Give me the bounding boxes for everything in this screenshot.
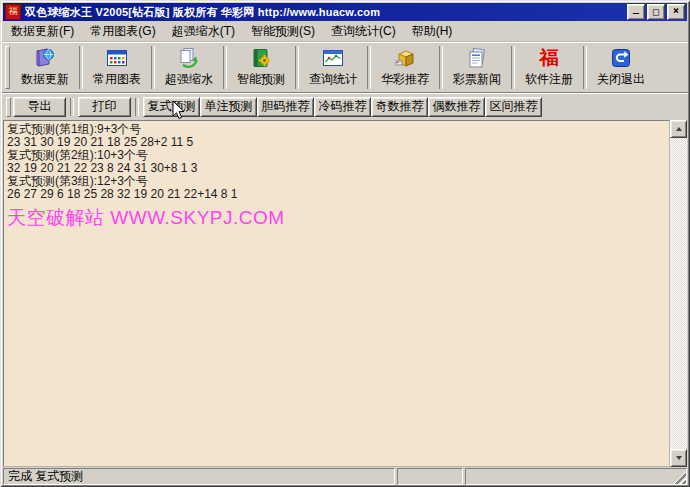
export-button[interactable]: 导出 — [13, 97, 66, 117]
multi-predict-button[interactable]: 复式预测 — [143, 97, 200, 117]
common-charts-button[interactable]: 常用图表 — [84, 44, 150, 91]
huacai-recommend-button[interactable]: 华彩推荐 — [372, 44, 438, 91]
titlebar: 福 双色球缩水王 V2005[钻石版] 版权所有 华彩网 http://www.… — [3, 3, 687, 21]
menu-help[interactable]: 帮助(H) — [404, 21, 461, 42]
toolbar-button-label: 超强缩水 — [165, 71, 213, 88]
toolbar-button-label: 常用图表 — [93, 71, 141, 88]
super-shrink-button[interactable]: 超强缩水 — [156, 44, 222, 91]
toolbar-separator — [583, 46, 587, 89]
register-button[interactable]: 福 软件注册 — [516, 44, 582, 91]
close-button[interactable]: × — [667, 4, 685, 20]
toolbar-button-label: 彩票新闻 — [453, 71, 501, 88]
toolbar-button-label: 关闭退出 — [597, 71, 645, 88]
resize-grip[interactable] — [673, 471, 686, 484]
status-panel-3 — [465, 468, 687, 485]
lottery-news-button[interactable]: 彩票新闻 — [444, 44, 510, 91]
toolbar-button-label: 智能预测 — [237, 71, 285, 88]
app-icon: 福 — [5, 4, 21, 20]
window-title: 双色球缩水王 V2005[钻石版] 版权所有 华彩网 http://www.hu… — [25, 5, 625, 20]
maximize-icon: □ — [648, 5, 664, 19]
scroll-up-icon — [676, 127, 682, 131]
toolbar-button-label: 华彩推荐 — [381, 71, 429, 88]
statusbar: 完成 复式预测 — [2, 467, 688, 485]
scrollbar-down-button[interactable] — [670, 449, 687, 467]
data-update-button[interactable]: 数据更新 — [12, 44, 78, 91]
status-panel-2 — [397, 468, 463, 485]
actionbar-grip[interactable] — [6, 97, 11, 117]
toolbar-separator — [439, 46, 443, 89]
prediction-output: 复式预测(第1组):9+3个号 23 31 30 19 20 21 18 25 … — [3, 120, 670, 467]
toolbar-grip[interactable] — [5, 46, 10, 89]
minimize-button[interactable]: _ — [627, 4, 645, 20]
close-icon: × — [668, 5, 684, 19]
print-button[interactable]: 打印 — [78, 97, 131, 117]
toolbar-separator — [367, 46, 371, 89]
actionbar-separator — [135, 98, 139, 116]
query-stats-button[interactable]: 查询统计 — [300, 44, 366, 91]
toolbar-button-label: 数据更新 — [21, 71, 69, 88]
watermark-text: 天空破解站 WWW.SKYPJ.COM — [7, 207, 669, 228]
main-toolbar: 数据更新 常用图表 — [2, 42, 688, 93]
lottery-news-icon — [465, 46, 489, 70]
prediction-line: 26 27 29 6 18 25 28 32 19 20 21 22+14 8 … — [7, 188, 669, 201]
toolbar-separator — [151, 46, 155, 89]
minimize-icon: _ — [628, 5, 644, 19]
single-predict-button[interactable]: 单注预测 — [200, 97, 257, 117]
toolbar-button-label: 软件注册 — [525, 71, 573, 88]
status-message: 完成 复式预测 — [3, 468, 395, 485]
query-stats-icon — [321, 46, 345, 70]
close-exit-icon — [609, 46, 633, 70]
scrollbar-up-button[interactable] — [670, 120, 687, 138]
toolbar-button-label: 查询统计 — [309, 71, 357, 88]
toolbar-separator — [79, 46, 83, 89]
scroll-down-icon — [676, 456, 682, 460]
toolbar-separator — [223, 46, 227, 89]
smart-predict-button[interactable]: 智能预测 — [228, 44, 294, 91]
menu-data-update[interactable]: 数据更新(F) — [3, 21, 82, 42]
even-number-button[interactable]: 偶数推荐 — [428, 97, 485, 117]
actionbar-separator — [70, 98, 74, 116]
super-shrink-icon — [177, 46, 201, 70]
menu-common-charts[interactable]: 常用图表(G) — [82, 21, 163, 42]
menu-super-shrink[interactable]: 超强缩水(T) — [164, 21, 243, 42]
register-fu-icon: 福 — [537, 46, 561, 70]
smart-predict-icon — [249, 46, 273, 70]
menubar: 数据更新(F) 常用图表(G) 超强缩水(T) 智能预测(S) 查询统计(C) … — [2, 22, 688, 42]
vertical-scrollbar — [670, 120, 687, 467]
odd-number-button[interactable]: 奇数推荐 — [371, 97, 428, 117]
menu-smart-predict[interactable]: 智能预测(S) — [243, 21, 323, 42]
dan-code-button[interactable]: 胆码推荐 — [257, 97, 314, 117]
app-window: 福 双色球缩水王 V2005[钻石版] 版权所有 华彩网 http://www.… — [0, 0, 690, 487]
toolbar-separator — [511, 46, 515, 89]
common-charts-icon — [105, 46, 129, 70]
data-update-icon — [33, 46, 57, 70]
close-exit-button[interactable]: 关闭退出 — [588, 44, 654, 91]
menu-query-stats[interactable]: 查询统计(C) — [323, 21, 404, 42]
maximize-button[interactable]: □ — [647, 4, 665, 20]
scrollbar-track[interactable] — [670, 138, 687, 449]
huacai-recommend-icon — [393, 46, 417, 70]
main-area: 复式预测(第1组):9+3个号 23 31 30 19 20 21 18 25 … — [3, 120, 687, 467]
cold-code-button[interactable]: 冷码推荐 — [314, 97, 371, 117]
range-recommend-button[interactable]: 区间推荐 — [485, 97, 542, 117]
toolbar-separator — [295, 46, 299, 89]
action-toolbar: 导出 打印 复式预测 单注预测 胆码推荐 冷码推荐 奇数推荐 偶数推荐 区间推荐 — [2, 93, 688, 120]
